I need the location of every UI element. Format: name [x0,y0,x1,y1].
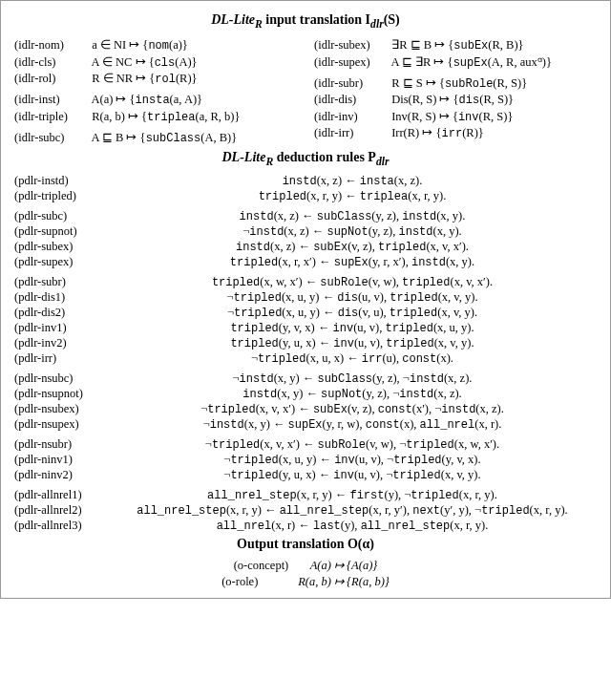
rule-body: ∃R ⊑ B ↦ {subEx(R, B)} [391,38,523,52]
output-body: R(a, b) ↦ {R(a, b)} [298,575,390,588]
rule-label: (pdlr-ninv2) [14,468,108,482]
translation-row: (idlr-cls) A ∈ NC ↦ {cls(A)} [14,54,297,70]
rule-row: (pdlr-subex)instd(x, z) ← subEx(v, z), t… [14,240,597,254]
rule-label: (idlr-irr) [314,126,389,140]
rule-label: (pdlr-instd) [14,174,108,188]
rule-body: ¬tripled(x, u, y) ← dis(v, u), tripled(x… [108,306,597,320]
rule-row: (pdlr-irr)¬tripled(x, u, x) ← irr(u), co… [14,351,597,366]
rule-body: A ∈ NC ↦ {cls(A)} [91,55,197,69]
rule-body: a ∈ NI ↦ {nom(a)} [92,38,188,52]
rule-body: all_nrel_step(x, r, y) ← all_nrel_step(x… [108,503,597,518]
rule-body: ¬tripled(x, v, x′) ← subRole(v, w), ¬tri… [108,437,597,452]
rule-label: (pdlr-subc) [14,209,108,223]
rule-row: (pdlr-dis2)¬tripled(x, u, y) ← dis(v, u)… [14,306,597,320]
rule-body: ¬tripled(x, u, x) ← irr(u), const(x). [108,351,597,366]
rule-label: (pdlr-subex) [14,240,108,254]
rule-body: all_nrel_step(x, r, y) ← first(y), ¬trip… [108,488,597,502]
translation-row: (idlr-subex) ∃R ⊑ B ↦ {subEx(R, B)} [314,37,597,53]
rule-row: (pdlr-nsubex)¬tripled(x, v, x′) ← subEx(… [14,402,597,416]
rule-label: (idlr-subr) [314,76,389,91]
translation-row: (idlr-subc) A ⊑ B ↦ {subClass(A, B)} [14,130,297,145]
rule-body: tripled(x, w, x′) ← subRole(v, w), tripl… [108,275,597,289]
output-block: (o-concept)A(a) ↦ {A(a)}(o-role)R(a, b) … [14,558,597,589]
output-row: (o-concept)A(a) ↦ {A(a)} [14,558,597,573]
output-heading: Output translation O(α) [14,537,597,552]
rule-row: (pdlr-nsubr)¬tripled(x, v, x′) ← subRole… [14,437,597,452]
rule-label: (pdlr-dis1) [14,290,108,305]
rule-label: (pdlr-allnrel1) [14,488,108,502]
rule-body: all_nrel(x, r) ← last(y), all_nrel_step(… [108,519,597,533]
rule-row: (pdlr-supex)tripled(x, r, x′) ← supEx(y,… [14,255,597,269]
rule-body: tripled(y, u, x) ← inv(u, v), tripled(x,… [108,336,597,350]
rule-row: (pdlr-dis1)¬tripled(x, u, y) ← dis(u, v)… [14,290,597,305]
rule-row: (pdlr-nsupex)¬instd(x, y) ← supEx(y, r, … [14,417,597,432]
rule-label: (idlr-dis) [314,93,389,107]
rule-body: ¬instd(x, y) ← supEx(y, r, w), const(x),… [108,417,597,432]
rule-label: (idlr-subex) [314,38,389,53]
rule-label: (idlr-cls) [14,55,89,70]
rule-label: (idlr-inst) [14,93,89,107]
translation-row: (idlr-rol) R ∈ NR ↦ {rol(R)} [14,71,297,86]
rule-row: (pdlr-nsubc)¬instd(x, y) ← subClass(y, z… [14,371,597,386]
rule-row: (pdlr-ninv2)¬tripled(y, u, x) ← inv(u, v… [14,468,597,482]
rule-body: instd(x, z) ← insta(x, z). [108,174,597,188]
rule-label: (pdlr-supnot) [14,224,108,239]
rule-label: (pdlr-supex) [14,255,108,269]
output-row: (o-role)R(a, b) ↦ {R(a, b)} [14,574,597,589]
input-translation-block: (idlr-nom) a ∈ NI ↦ {nom(a)}(idlr-cls) A… [14,36,597,147]
rule-body: Inv(R, S) ↦ {inv(R, S)} [391,110,513,123]
rule-label: (pdlr-allnrel3) [14,519,108,533]
deduction-rules: (pdlr-instd)instd(x, z) ← insta(x, z).(p… [14,174,597,533]
rule-body: ¬instd(x, z) ← supNot(y, z), instd(x, y)… [108,224,597,239]
rule-row: (pdlr-allnrel2)all_nrel_step(x, r, y) ← … [14,503,597,518]
rule-label: (idlr-nom) [14,38,89,53]
rule-label: (pdlr-nsubex) [14,402,108,416]
rule-label: (idlr-inv) [314,110,389,124]
rule-row: (pdlr-inv2)tripled(y, u, x) ← inv(u, v),… [14,336,597,350]
rule-body: tripled(x, r, x′) ← supEx(y, r, x′), ins… [108,255,597,269]
rule-row: (pdlr-ninv1)¬tripled(x, u, y) ← inv(u, v… [14,453,597,467]
rule-label: (pdlr-inv2) [14,336,108,350]
rule-label: (idlr-subc) [14,131,89,145]
right-column: (idlr-subex) ∃R ⊑ B ↦ {subEx(R, B)}(idlr… [314,36,597,147]
rule-label: (pdlr-dis2) [14,306,108,320]
rule-body: ¬tripled(y, u, x) ← inv(u, v), ¬tripled(… [108,468,597,482]
rule-label: (pdlr-nsupnot) [14,387,108,401]
rule-body: instd(x, z) ← subClass(y, z), instd(x, y… [108,209,597,223]
translation-row: (idlr-subr) R ⊑ S ↦ {subRole(R, S)} [314,75,597,91]
rule-label: (pdlr-tripled) [14,189,108,203]
translation-row: (idlr-supex) A ⊑ ∃R ↦ {supEx(A, R, auxᵅ)… [314,54,597,70]
rule-label: (pdlr-nsubr) [14,437,108,452]
rule-label: (idlr-rol) [14,72,89,86]
rule-body: A ⊑ B ↦ {subClass(A, B)} [91,131,237,144]
rule-label: (pdlr-subr) [14,275,108,289]
rule-label: (pdlr-inv1) [14,321,108,335]
left-column: (idlr-nom) a ∈ NI ↦ {nom(a)}(idlr-cls) A… [14,36,297,147]
rule-label: (pdlr-nsubc) [14,371,108,386]
rule-body: tripled(x, r, y) ← triplea(x, r, y). [108,189,597,203]
translation-row: (idlr-inst) A(a) ↦ {insta(a, A)} [14,92,297,107]
rule-row: (pdlr-supnot)¬instd(x, z) ← supNot(y, z)… [14,224,597,239]
output-label: (o-concept) [234,559,310,573]
output-body: A(a) ↦ {A(a)} [310,559,378,572]
rule-label: (pdlr-ninv1) [14,453,108,467]
rule-row: (pdlr-allnrel3)all_nrel(x, r) ← last(y),… [14,519,597,533]
rule-body: R ⊑ S ↦ {subRole(R, S)} [391,76,527,90]
rule-row: (pdlr-nsupnot)instd(x, y) ← supNot(y, z)… [14,387,597,401]
rule-label: (idlr-triple) [14,110,89,124]
translation-row: (idlr-irr) Irr(R) ↦ {irr(R)} [314,125,597,140]
rule-body: R ∈ NR ↦ {rol(R)} [92,72,197,85]
rule-body: ¬instd(x, y) ← subClass(y, z), ¬instd(x,… [108,371,597,386]
rule-body: R(a, b) ↦ {triplea(a, R, b)} [92,110,240,123]
rule-body: instd(x, y) ← supNot(y, z), ¬instd(x, z)… [108,387,597,401]
rule-row: (pdlr-allnrel1)all_nrel_step(x, r, y) ← … [14,488,597,502]
rule-row: (pdlr-subc)instd(x, z) ← subClass(y, z),… [14,209,597,223]
rule-label: (idlr-supex) [314,55,389,70]
rule-body: A(a) ↦ {insta(a, A)} [91,93,202,106]
rules-heading: DL-LiteR deduction rules Pdlr [14,150,597,168]
rule-body: ¬tripled(x, u, y) ← dis(u, v), tripled(x… [108,290,597,305]
rule-row: (pdlr-subr)tripled(x, w, x′) ← subRole(v… [14,275,597,289]
rule-row: (pdlr-instd)instd(x, z) ← insta(x, z). [14,174,597,188]
rule-body: tripled(y, v, x) ← inv(u, v), tripled(x,… [108,321,597,335]
output-label: (o-role) [221,575,298,589]
